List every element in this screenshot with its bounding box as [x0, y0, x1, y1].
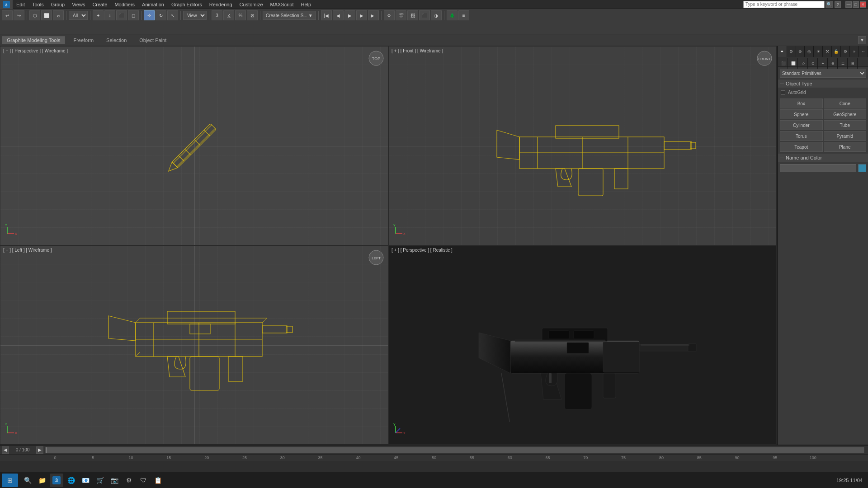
menu-group[interactable]: Group	[47, 0, 69, 9]
close-button[interactable]: ✕	[860, 1, 866, 8]
box-button[interactable]: Box	[780, 99, 823, 108]
viewport-left-wireframe[interactable]: [ + ] [ Left ] [ Wireframe ] LEFT	[0, 245, 388, 445]
angle-snap-button[interactable]: ∡	[223, 10, 234, 20]
object-type-header[interactable]: — Object Type	[778, 80, 868, 88]
cylinder-button[interactable]: Cylinder	[780, 120, 823, 130]
select-object-button[interactable]: ⬡	[29, 10, 40, 20]
menu-rendering[interactable]: Rendering	[206, 0, 236, 9]
rp-tab-hierarchy[interactable]: ⊕	[796, 46, 805, 57]
menu-edit[interactable]: Edit	[13, 0, 28, 9]
pyramid-button[interactable]: Pyramid	[824, 131, 867, 141]
render-production-button[interactable]: ⬛	[419, 10, 430, 20]
prev-frame-button[interactable]: ◀	[333, 10, 344, 20]
timeline-expand-left[interactable]: ◀	[2, 446, 9, 454]
tab-object-paint[interactable]: Object Paint	[135, 37, 171, 44]
menu-tools[interactable]: Tools	[28, 0, 47, 9]
taskbar-mail-icon[interactable]: 📧	[79, 474, 92, 487]
taskbar-explorer-icon[interactable]: 📁	[35, 474, 49, 487]
prev-key-button[interactable]: |◀	[321, 10, 332, 20]
snap-3d-button[interactable]: 3	[212, 10, 222, 20]
taskbar-3dsmax-icon[interactable]: 3	[50, 474, 63, 487]
viewport-perspective-wireframe[interactable]: [ + ] [ Perspective ] [ Wireframe ] TOP	[0, 46, 388, 245]
taskbar-antivirus-icon[interactable]: 🛡	[137, 474, 150, 487]
autogrid-checkbox[interactable]	[781, 90, 785, 95]
start-button[interactable]: ⊞	[2, 474, 18, 487]
viewport-front-wireframe[interactable]: [ + ] [ Front ] [ Wireframe ] FRONT	[388, 46, 777, 245]
next-frame-button[interactable]: ▶	[356, 10, 367, 20]
tab-freeform[interactable]: Freeform	[69, 37, 98, 44]
timeline-expand-right[interactable]: ▶	[36, 446, 43, 454]
menu-animation[interactable]: Animation	[138, 0, 168, 9]
scene-explorer-button[interactable]: 🌲	[447, 10, 458, 20]
undo-button[interactable]: ↩	[2, 10, 13, 20]
render-setup-button[interactable]: ⚙	[384, 10, 395, 20]
select-region-button[interactable]: ⬜	[41, 10, 52, 20]
taskbar-chrome-icon[interactable]: 🌐	[64, 474, 78, 487]
tab-graphite[interactable]: Graphite Modeling Tools	[2, 36, 65, 44]
rp-expand-icon[interactable]: ↔	[859, 46, 868, 57]
taskbar-notes-icon[interactable]: 📋	[151, 474, 165, 487]
geosphere-button[interactable]: GeoSphere	[824, 109, 867, 119]
layer-manager-button[interactable]: ≡	[458, 10, 469, 20]
rp-tab-create[interactable]: ✦	[778, 46, 787, 57]
taskbar-search-icon[interactable]: 🔍	[21, 474, 34, 487]
select-move-button[interactable]: ↕	[104, 10, 115, 20]
maximize-button[interactable]: □	[853, 1, 859, 8]
help-button[interactable]: ?	[835, 1, 841, 8]
minimize-button[interactable]: —	[845, 1, 852, 8]
create-selection-button[interactable]: Create Selection S... ▼	[263, 11, 316, 20]
play-button[interactable]: ▶	[344, 10, 355, 20]
activeshade-button[interactable]: ◑	[431, 10, 442, 20]
quick-render-button[interactable]: 🎬	[396, 10, 406, 20]
viewport-perspective-realistic[interactable]: [ + ] [ Perspective ] [ Realistic ] PERS…	[388, 245, 777, 445]
teapot-button[interactable]: Teapot	[780, 142, 823, 152]
spinner-snap-button[interactable]: ⊠	[247, 10, 258, 20]
rp-tab-motion[interactable]: ◎	[805, 46, 814, 57]
lasso-select-button[interactable]: ⌀	[53, 10, 64, 20]
menu-maxscript[interactable]: MAXScript	[267, 0, 297, 9]
taskbar-photos-icon[interactable]: 📷	[108, 474, 121, 487]
menu-help[interactable]: Help	[297, 0, 315, 9]
region-select-button[interactable]: ⬛	[116, 10, 127, 20]
filter-dropdown[interactable]: All	[69, 11, 88, 20]
modeling-bar-options[interactable]: ▼	[858, 36, 866, 44]
rp-lock-icon[interactable]: 🔒	[832, 46, 841, 57]
search-input[interactable]	[743, 1, 825, 8]
window-crossing-button[interactable]: ◻	[128, 10, 139, 20]
menu-views[interactable]: Views	[68, 0, 89, 9]
rp-tab-utilities[interactable]: ⚒	[823, 46, 832, 57]
name-input-row	[778, 162, 868, 174]
cone-button[interactable]: Cone	[824, 99, 867, 108]
rp-tab-modify[interactable]: ⚙	[787, 46, 796, 57]
select-button[interactable]: ✦	[93, 10, 104, 20]
std-primitives-select[interactable]: Standard Primitives	[780, 69, 866, 78]
taskbar-store-icon[interactable]: 🛒	[93, 474, 107, 487]
color-swatch[interactable]	[858, 164, 866, 172]
move-button[interactable]: ✛	[144, 10, 155, 20]
menu-modifiers[interactable]: Modifiers	[111, 0, 138, 9]
rp-tab-display[interactable]: ☀	[814, 46, 823, 57]
menu-create[interactable]: Create	[89, 0, 111, 9]
taskbar-settings-icon[interactable]: ⚙	[122, 474, 136, 487]
tab-selection[interactable]: Selection	[102, 37, 131, 44]
tube-button[interactable]: Tube	[824, 120, 867, 130]
coordinate-system[interactable]: View	[183, 11, 207, 20]
name-input-field[interactable]	[780, 164, 856, 172]
menu-graph-editors[interactable]: Graph Editors	[168, 0, 206, 9]
sphere-button[interactable]: Sphere	[780, 109, 823, 119]
next-key-button[interactable]: ▶|	[368, 10, 379, 20]
name-color-header[interactable]: — Name and Color	[778, 154, 868, 162]
torus-button[interactable]: Torus	[780, 131, 823, 141]
timeline-track[interactable]	[45, 447, 864, 453]
menu-customize[interactable]: Customize	[236, 0, 267, 9]
rp-arrow-icon[interactable]: »	[850, 46, 859, 57]
percent-snap-button[interactable]: %	[235, 10, 246, 20]
redo-button[interactable]: ↪	[14, 10, 24, 20]
scale-button[interactable]: ⤡	[167, 10, 178, 20]
search-button[interactable]: 🔍	[826, 1, 833, 8]
render-frame-button[interactable]: 🖼	[407, 10, 418, 20]
rotate-button[interactable]: ↻	[156, 10, 166, 20]
rp-settings-icon[interactable]: ⚙	[841, 46, 850, 57]
plane-button[interactable]: Plane	[824, 142, 867, 152]
toolbar-area: ↩ ↪ ⬡ ⬜ ⌀ All ✦ ↕ ⬛ ◻ ✛ ↻ ⤡ View 3 ∡ % ⊠…	[0, 9, 868, 34]
